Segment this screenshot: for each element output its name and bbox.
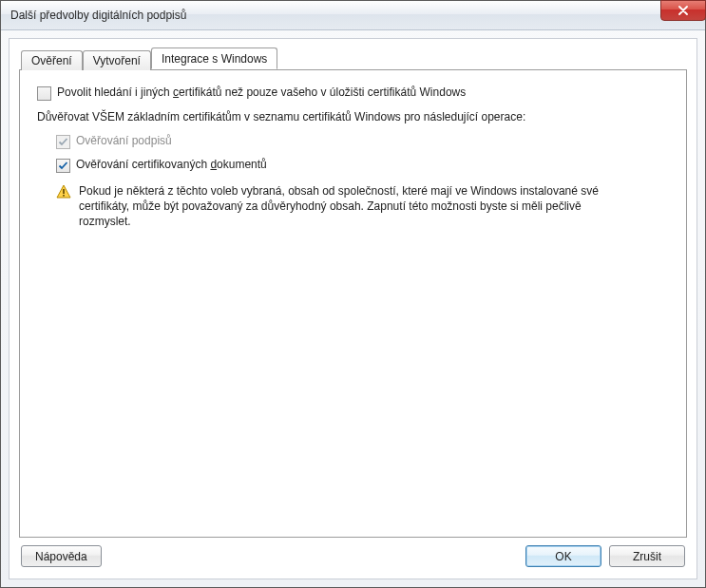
allow-search-row: Povolit hledání i jiných certifikátů než…	[37, 85, 669, 100]
help-button[interactable]: Nápověda	[21, 545, 102, 567]
verify-signatures-label: Ověřování podpisů	[76, 134, 172, 148]
client-area: Ověření Vytvoření Integrace s Windows Po…	[9, 38, 697, 579]
tab-creation[interactable]: Vytvoření	[83, 50, 151, 70]
tab-strip: Ověření Vytvoření Integrace s Windows	[21, 48, 687, 69]
verify-documents-row: Ověřování certifikovaných dokumentů	[56, 158, 669, 172]
allow-search-label: Povolit hledání i jiných certifikátů než…	[57, 85, 466, 100]
tab-windows-integration[interactable]: Integrace s Windows	[151, 47, 277, 69]
verify-documents-checkbox[interactable]	[56, 159, 70, 173]
dialog-window: Další předvolby digitálních podpisů Ověř…	[0, 0, 706, 588]
trust-intro-text: Důvěřovat VŠEM základním certifikátům v …	[37, 109, 569, 124]
verify-signatures-checkbox	[56, 135, 70, 149]
warning-icon	[56, 184, 71, 199]
warning-text: Pokud je některá z těchto voleb vybraná,…	[79, 183, 611, 229]
window-title: Další předvolby digitálních podpisů	[10, 9, 186, 22]
verify-signatures-row: Ověřování podpisů	[56, 134, 669, 148]
close-button[interactable]	[660, 0, 706, 21]
svg-rect-0	[63, 189, 65, 194]
titlebar: Další předvolby digitálních podpisů	[1, 1, 705, 30]
ok-button[interactable]: OK	[525, 545, 601, 567]
warning-row: Pokud je některá z těchto voleb vybraná,…	[56, 183, 669, 229]
button-row: Nápověda OK Zrušit	[19, 538, 687, 569]
verify-documents-label: Ověřování certifikovaných dokumentů	[76, 158, 267, 172]
tab-verification[interactable]: Ověření	[21, 50, 83, 70]
allow-search-checkbox[interactable]	[37, 86, 51, 101]
tab-page-windows-integration: Povolit hledání i jiných certifikátů než…	[19, 69, 687, 538]
cancel-button[interactable]: Zrušit	[609, 545, 685, 567]
close-icon	[678, 6, 688, 15]
svg-rect-1	[63, 195, 65, 197]
